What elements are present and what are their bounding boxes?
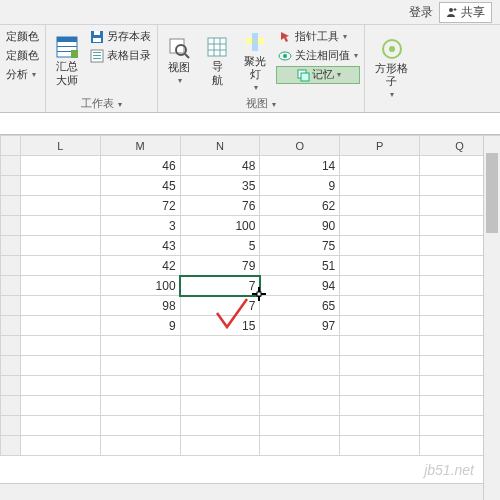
table-row: 464814: [1, 156, 500, 176]
table-row: 727662: [1, 196, 500, 216]
svg-point-23: [389, 46, 395, 52]
spotlight-button[interactable]: 聚光 灯▾: [238, 28, 272, 95]
ribbon-group-cube: 方形格 子▾: [365, 25, 418, 112]
ribbon-group-1: 定颜色 定颜色 分析▾: [0, 25, 46, 112]
sheet-toc[interactable]: 表格目录: [88, 47, 153, 64]
svg-point-19: [283, 54, 287, 58]
save-icon: [90, 30, 104, 44]
column-headers[interactable]: L M N O P Q: [1, 136, 500, 156]
formula-bar[interactable]: [0, 113, 500, 135]
table-row: 98765: [1, 296, 500, 316]
table-row: 91597: [1, 316, 500, 336]
grid-icon: [206, 36, 228, 58]
set-color-2[interactable]: 定颜色: [4, 47, 41, 64]
table-row: [1, 416, 500, 436]
svg-rect-11: [93, 55, 101, 56]
group-label-view: 视图 ▾: [162, 95, 360, 112]
table-row: 45359: [1, 176, 500, 196]
svg-rect-5: [71, 50, 78, 58]
save-as-sheet[interactable]: 另存本表: [88, 28, 153, 45]
svg-rect-8: [94, 31, 100, 35]
svg-rect-21: [301, 73, 309, 81]
svg-rect-12: [93, 58, 101, 59]
table-row: 43575: [1, 236, 500, 256]
col-O: O: [260, 136, 340, 156]
svg-rect-15: [208, 38, 226, 56]
svg-rect-3: [57, 46, 77, 47]
ribbon: 定颜色 定颜色 分析▾ 汇总 大师 另存本表 表格目录: [0, 25, 500, 113]
copy-icon: [296, 68, 310, 82]
share-label: 共享: [461, 4, 485, 21]
table-row: [1, 436, 500, 456]
list-icon: [90, 49, 104, 63]
ribbon-group-view: 视图▾ 导 航 聚光 灯▾ 指针工具▾ 关注相同值▾: [158, 25, 365, 112]
svg-rect-10: [93, 52, 101, 53]
table-row: [1, 356, 500, 376]
ribbon-group-worksheet: 汇总 大师 另存本表 表格目录 工作表 ▾: [46, 25, 158, 112]
table-row: [1, 376, 500, 396]
table-row: 427951: [1, 256, 500, 276]
cube-button[interactable]: 方形格 子▾: [369, 28, 414, 110]
watermark: jb51.net: [424, 462, 474, 478]
focus-same[interactable]: 关注相同值▾: [276, 47, 360, 64]
pointer-tool[interactable]: 指针工具▾: [276, 28, 360, 45]
table-sum-icon: [56, 36, 78, 58]
svg-rect-17: [252, 33, 258, 51]
col-M: M: [100, 136, 180, 156]
nav-button[interactable]: 导 航: [200, 28, 234, 95]
set-color-1[interactable]: 定颜色: [4, 28, 41, 45]
selected-cell: 7: [180, 276, 260, 296]
pointer-icon: [278, 30, 292, 44]
spreadsheet-grid[interactable]: L M N O P Q 464814 45359 727662 310090 4…: [0, 135, 500, 456]
col-L: L: [20, 136, 100, 156]
col-N: N: [180, 136, 260, 156]
memory-button[interactable]: 记忆▾: [276, 66, 360, 84]
analysis[interactable]: 分析▾: [4, 66, 41, 83]
view-button[interactable]: 视图▾: [162, 28, 196, 95]
svg-rect-2: [57, 37, 77, 42]
table-row: [1, 336, 500, 356]
eye-icon: [278, 49, 292, 63]
spotlight-icon: [244, 31, 266, 53]
svg-rect-7: [93, 38, 101, 42]
summary-master-button[interactable]: 汇总 大师: [50, 28, 84, 95]
vertical-scrollbar[interactable]: [483, 136, 500, 500]
horizontal-scrollbar[interactable]: [0, 483, 483, 500]
share-button[interactable]: 共享: [439, 2, 492, 23]
circle-icon: [381, 38, 403, 60]
login-link[interactable]: 登录: [409, 4, 433, 21]
table-row: 310090: [1, 216, 500, 236]
magnifier-icon: [168, 37, 190, 59]
table-row: [1, 396, 500, 416]
scroll-thumb[interactable]: [486, 153, 498, 233]
person-plus-icon: [446, 6, 458, 18]
svg-point-0: [449, 8, 453, 12]
col-P: P: [340, 136, 420, 156]
table-row: 100794: [1, 276, 500, 296]
group-label-worksheet: 工作表 ▾: [50, 95, 153, 112]
title-bar: 登录 共享: [0, 0, 500, 25]
